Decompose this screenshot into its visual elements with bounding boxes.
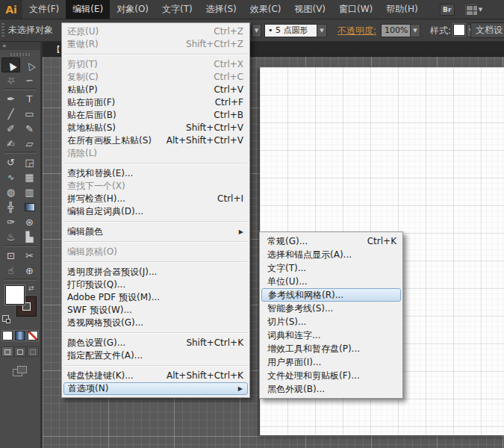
menu-item-edit-custom-dictionary[interactable]: 编辑自定词典(D)...	[62, 205, 249, 218]
menu-item-print-presets[interactable]: 打印预设(Q)...	[62, 279, 249, 291]
menu-item-color-settings[interactable]: 颜色设置(G)...Shift+Ctrl+K	[62, 337, 249, 349]
document-setup-button[interactable]: 文档设	[470, 22, 504, 38]
opacity-value-field[interactable]: 100%	[381, 24, 411, 37]
app-logo: Ai	[0, 0, 22, 19]
menu-effect[interactable]: 效果(C)	[243, 0, 288, 19]
brush-definition-field[interactable]: • 5 点圆形	[264, 24, 317, 37]
zoom-tool[interactable]: ⊕	[20, 263, 39, 278]
menu-item-check-spelling[interactable]: 拼写检查(H)...Ctrl+I	[62, 193, 249, 205]
bridge-icon[interactable]: Br	[440, 4, 455, 16]
width-tool[interactable]: ∿	[1, 169, 20, 184]
submenu-item-black-appearance[interactable]: 黑色外观(B)...	[260, 382, 402, 396]
menu-item-paste-in-place[interactable]: 就地粘贴(S)Shift+Ctrl+V	[62, 122, 249, 134]
direct-selection-tool[interactable]: △	[20, 57, 39, 72]
collapse-panel-icon[interactable]: «	[0, 42, 40, 50]
screen-mode-icon[interactable]	[13, 366, 28, 378]
rectangle-tool[interactable]: ▭	[20, 106, 39, 121]
submenu-item-user-interface[interactable]: 用户界面(I)...	[260, 355, 402, 369]
eraser-tool[interactable]: ▱	[20, 136, 39, 151]
menu-item-paste[interactable]: 粘贴(P)Ctrl+V	[62, 84, 249, 96]
submenu-item-type[interactable]: 文字(T)...	[260, 261, 402, 275]
stroke-weight-dropdown-arrow[interactable]: ▼	[252, 24, 261, 37]
free-transform-tool[interactable]: ▦	[20, 169, 39, 184]
menu-item-preferences[interactable]: 首选项(N)▶	[63, 382, 248, 395]
menu-item-undo: 还原(U)Ctrl+Z	[62, 25, 249, 38]
color-type-buttons	[0, 331, 40, 340]
menu-item-transparency-flattener-presets[interactable]: 透明度拼合器预设(J)...	[62, 266, 249, 279]
pen-tool[interactable]: ✒	[1, 91, 20, 106]
type-tool[interactable]: T	[20, 91, 39, 106]
color-button[interactable]	[2, 331, 13, 340]
submenu-item-plugins-scratch-disks[interactable]: 增效工具和暂存盘(P)...	[260, 342, 402, 355]
opacity-link[interactable]: 不透明度:	[337, 25, 376, 37]
rotate-tool[interactable]: ↺	[1, 155, 20, 169]
submenu-item-smart-guides[interactable]: 智能参考线(S)...	[260, 302, 402, 315]
opacity-dropdown-arrow[interactable]: ▼	[410, 24, 420, 37]
default-fill-stroke-icon[interactable]	[2, 315, 9, 322]
document-tab-fragment[interactable]: 【	[52, 44, 60, 55]
perspective-grid-tool[interactable]: ▥	[20, 184, 39, 199]
panel-grip[interactable]	[1, 23, 4, 38]
menu-select[interactable]: 选择(S)	[199, 0, 243, 19]
paintbrush-tool[interactable]: ✐	[1, 121, 20, 136]
menu-object[interactable]: 对象(O)	[110, 0, 155, 19]
menu-file[interactable]: 文件(F)	[22, 0, 66, 19]
submenu-item-units[interactable]: 单位(U)...	[260, 275, 402, 288]
menu-edit[interactable]: 编辑(E)	[66, 0, 110, 19]
swap-fill-stroke-icon[interactable]: ⇄	[28, 284, 34, 292]
lasso-tool[interactable]: ∽	[20, 72, 39, 87]
selection-tool[interactable]: ▲	[1, 57, 20, 72]
panel-drag-grip[interactable]	[10, 53, 30, 56]
menu-separator	[63, 238, 249, 246]
eyedropper-tool[interactable]: ✑	[1, 214, 20, 229]
column-graph-tool[interactable]: ▙	[20, 229, 39, 244]
brush-dropdown-arrow[interactable]: ▼	[317, 24, 327, 37]
gradient-tool[interactable]	[20, 199, 39, 214]
menu-item-perspective-grid-presets[interactable]: 透视网格预设(G)...	[62, 317, 249, 329]
menu-item-paste-in-back[interactable]: 贴在后面(B)Ctrl+B	[62, 109, 249, 122]
menu-item-adobe-pdf-presets[interactable]: Adobe PDF 预设(M)...	[62, 291, 249, 304]
draw-normal-mode-icon[interactable]	[1, 346, 13, 357]
drawing-mode-buttons	[0, 346, 40, 357]
scale-tool[interactable]: ◲	[20, 155, 39, 169]
hand-tool[interactable]: ☝	[1, 263, 20, 278]
menu-item-assign-profile[interactable]: 指定配置文件(A)...	[62, 349, 249, 362]
menu-item-swf-presets[interactable]: SWF 预设(W)...	[62, 304, 249, 317]
menu-item-edit-colors[interactable]: 编辑颜色▶	[62, 225, 249, 238]
draw-behind-mode-icon[interactable]	[14, 346, 26, 357]
fill-stroke-control: ⇄	[0, 284, 40, 328]
style-label: 样式:	[430, 25, 451, 37]
magic-wand-tool[interactable]: ☆	[1, 72, 20, 87]
workspace-switcher[interactable]: ▼	[465, 4, 482, 14]
line-segment-tool[interactable]: ╱	[1, 106, 20, 121]
slice-tool[interactable]: ✂	[20, 248, 39, 263]
menu-type[interactable]: 文字(T)	[155, 0, 199, 19]
menu-help[interactable]: 帮助(H)	[379, 0, 424, 19]
menu-view[interactable]: 视图(V)	[287, 0, 332, 19]
preferences-submenu-popup: 常规(G)...Ctrl+K 选择和锚点显示(A)... 文字(T)... 单位…	[259, 231, 403, 399]
draw-inside-mode-icon[interactable]	[27, 346, 39, 357]
menu-item-keyboard-shortcuts[interactable]: 键盘快捷键(K)...Alt+Shift+Ctrl+K	[62, 370, 249, 382]
fill-swatch[interactable]	[5, 285, 25, 305]
submenu-item-general[interactable]: 常规(G)...Ctrl+K	[260, 234, 402, 248]
submenu-item-dictionary-hyphenation[interactable]: 词典和连字...	[260, 329, 402, 342]
submenu-item-slices[interactable]: 切片(S)...	[260, 315, 402, 329]
menu-item-paste-on-all-artboards[interactable]: 在所有画板上粘贴(S)Alt+Shift+Ctrl+V	[62, 134, 249, 147]
symbol-sprayer-tool[interactable]: ♨	[1, 229, 20, 244]
submenu-item-file-handling-clipboard[interactable]: 文件处理和剪贴板(F)...	[260, 369, 402, 382]
menu-item-paste-in-front[interactable]: 贴在前面(F)Ctrl+F	[62, 96, 249, 109]
blob-brush-tool[interactable]: ✍	[1, 136, 20, 151]
menu-window[interactable]: 窗口(W)	[332, 0, 379, 19]
style-swatch[interactable]	[453, 24, 465, 36]
menu-item-find-replace[interactable]: 查找和替换(E)...	[62, 167, 249, 180]
none-button[interactable]	[28, 331, 38, 340]
gradient-button[interactable]	[15, 331, 25, 340]
blend-tool[interactable]: ⊛	[20, 214, 39, 229]
artboard-tool[interactable]: ⊡	[1, 248, 20, 263]
submenu-item-guides-grid[interactable]: 参考线和网格(R)...	[261, 288, 401, 302]
submenu-item-selection-anchor-display[interactable]: 选择和锚点显示(A)...	[260, 248, 402, 261]
menu-bar: Ai 文件(F) 编辑(E) 对象(O) 文字(T) 选择(S) 效果(C) 视…	[0, 0, 504, 19]
pencil-tool[interactable]: ✎	[20, 121, 39, 136]
mesh-tool[interactable]: ╬	[1, 199, 20, 214]
shape-builder-tool[interactable]: ◍	[1, 184, 20, 199]
